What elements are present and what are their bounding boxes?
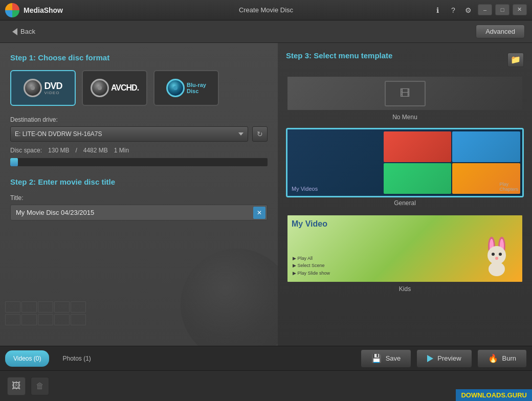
- dvd-sublabel: VIDEO: [44, 91, 62, 95]
- save-icon: 💾: [371, 353, 382, 363]
- videos-tab[interactable]: Videos (0): [5, 350, 49, 367]
- no-menu-image: 🎞: [287, 77, 522, 110]
- toolbar: Back Advanced: [0, 20, 532, 43]
- no-menu-film-icon: 🎞: [385, 81, 426, 106]
- title-input-row: ✕: [10, 205, 268, 220]
- disc-decoration: [181, 249, 278, 346]
- burn-icon: 🔥: [488, 353, 498, 363]
- burn-label: Burn: [502, 354, 516, 362]
- step1-section: Step 1: Choose disc format DVD VIDEO: [10, 53, 268, 166]
- save-label: Save: [386, 354, 401, 362]
- back-button[interactable]: Back: [7, 26, 40, 37]
- kids-title: My Video: [292, 219, 327, 229]
- delete-button[interactable]: 🗑: [31, 377, 49, 395]
- preview-label: Preview: [437, 354, 461, 362]
- step2-title: Step 2: Enter movie disc title: [10, 177, 268, 186]
- titlebar: MediaShow Create Movie Disc ℹ ? ⚙ – □ ✕: [0, 0, 532, 20]
- title-input[interactable]: [11, 205, 253, 220]
- burn-button[interactable]: 🔥 Burn: [477, 349, 527, 368]
- bluray-label: Blu-rayDisc: [187, 82, 206, 94]
- kids-menu-items: ▶ Play All ▶ Select Scene ▶ Play Slide s…: [293, 255, 330, 277]
- drive-value: E: LITE-ON DVDRW SH-16A7S: [15, 130, 102, 138]
- close-button[interactable]: ✕: [513, 4, 527, 15]
- svg-point-4: [487, 246, 506, 264]
- template-no-menu-label: No Menu: [286, 114, 524, 121]
- photo-cell-2: [452, 131, 520, 162]
- dvd-disc-circle: [24, 79, 42, 97]
- add-media-button[interactable]: 🖼: [7, 377, 26, 395]
- disc-space-progress: [10, 158, 268, 166]
- folder-button[interactable]: 📁: [507, 53, 524, 67]
- avchd-label: AVCHD.: [111, 83, 139, 93]
- template-kids-preview: My Video ▶ Play All ▶ Select Scene ▶ Pla…: [286, 214, 524, 283]
- photo-cell-1: [384, 131, 452, 162]
- dvd-label: DVD: [44, 81, 62, 91]
- template-no-menu[interactable]: 🎞 No Menu: [286, 75, 524, 121]
- template-general-preview: My Videos Play Chapters: [286, 128, 524, 197]
- advanced-button[interactable]: Advanced: [476, 25, 525, 38]
- step1-title: Step 1: Choose disc format: [10, 53, 268, 62]
- title-label: Title:: [10, 194, 268, 202]
- refresh-button[interactable]: ↻: [252, 126, 268, 142]
- save-button[interactable]: 💾 Save: [361, 349, 412, 368]
- disc-space-time: 1 Min: [114, 147, 129, 154]
- add-media-icon: 🖼: [12, 381, 21, 391]
- back-arrow-icon: [12, 28, 17, 35]
- window-controls: ℹ ? ⚙ – □ ✕: [432, 4, 527, 16]
- step2-section: Step 2: Enter movie disc title Title: ✕: [10, 177, 268, 220]
- dropdown-arrow-icon: [238, 132, 243, 136]
- svg-point-7: [495, 257, 498, 260]
- svg-point-8: [489, 262, 505, 276]
- photo-cell-3: [384, 163, 452, 194]
- avchd-icon: AVCHD.: [91, 79, 139, 97]
- window-title: Create Movie Disc: [239, 6, 293, 14]
- destination-label: Destination drive:: [10, 116, 268, 123]
- film-strip-decoration: [5, 301, 86, 325]
- bluray-format-button[interactable]: Blu-rayDisc: [153, 70, 219, 106]
- clear-title-button[interactable]: ✕: [253, 207, 265, 219]
- info-button[interactable]: ℹ: [432, 4, 444, 16]
- drive-dropdown[interactable]: E: LITE-ON DVDRW SH-16A7S: [10, 126, 248, 142]
- photos-tab[interactable]: Photos (1): [54, 350, 99, 367]
- disc-space-used: 130 MB: [48, 147, 69, 154]
- avchd-format-button[interactable]: AVCHD.: [82, 70, 147, 106]
- drive-row: E: LITE-ON DVDRW SH-16A7S ↻: [10, 126, 268, 142]
- disc-format-selector: DVD VIDEO AVCHD. Blu-rayD: [10, 70, 268, 106]
- template-kids[interactable]: My Video ▶ Play All ▶ Select Scene ▶ Pla…: [286, 214, 524, 293]
- kids-image: My Video ▶ Play All ▶ Select Scene ▶ Pla…: [287, 215, 522, 282]
- bottom-toolbar: 🖼 🗑: [0, 370, 532, 401]
- settings-button[interactable]: ⚙: [462, 4, 475, 16]
- media-bar: Videos (0) Photos (1) 💾 Save Preview 🔥 B…: [0, 346, 532, 370]
- disc-space-total: 4482 MB: [83, 147, 108, 154]
- template-general[interactable]: My Videos Play Chapters General: [286, 128, 524, 207]
- general-menu-items: Play Chapters: [499, 182, 518, 192]
- disc-space-progress-fill: [10, 158, 18, 166]
- general-menu-text: My Videos: [292, 186, 318, 192]
- main-content: Step 1: Choose disc format DVD VIDEO: [0, 43, 532, 346]
- general-image: My Videos Play Chapters: [287, 129, 522, 196]
- preview-button[interactable]: Preview: [416, 349, 472, 368]
- play-triangle-icon: [427, 355, 433, 362]
- right-panel: Step 3: Select menu template 📁 🎞 No Menu: [278, 43, 532, 346]
- dvd-icon: DVD VIDEO: [24, 79, 62, 97]
- avchd-disc-circle: [91, 79, 109, 97]
- bluray-icon: Blu-rayDisc: [166, 79, 206, 97]
- step3-header: Step 3: Select menu template 📁: [286, 51, 524, 68]
- svg-point-6: [499, 253, 502, 256]
- maximize-button[interactable]: □: [495, 4, 509, 15]
- back-label: Back: [20, 28, 35, 35]
- left-panel: Step 1: Choose disc format DVD VIDEO: [0, 43, 278, 346]
- bluray-disc-circle: [166, 79, 185, 97]
- watermark: DOWNLOADS.GURU: [456, 389, 532, 401]
- dvd-format-button[interactable]: DVD VIDEO: [10, 70, 76, 106]
- watermark-highlight: .GURU: [505, 391, 527, 399]
- template-general-label: General: [286, 199, 524, 207]
- svg-point-5: [492, 253, 495, 256]
- step3-title: Step 3: Select menu template: [286, 51, 392, 60]
- minimize-button[interactable]: –: [478, 4, 492, 15]
- app-logo: [5, 3, 19, 17]
- watermark-text: DOWNLOADS: [461, 391, 505, 399]
- help-button[interactable]: ?: [447, 4, 459, 16]
- disc-space-label: Disc space:: [10, 147, 42, 154]
- template-no-menu-preview: 🎞: [286, 75, 524, 112]
